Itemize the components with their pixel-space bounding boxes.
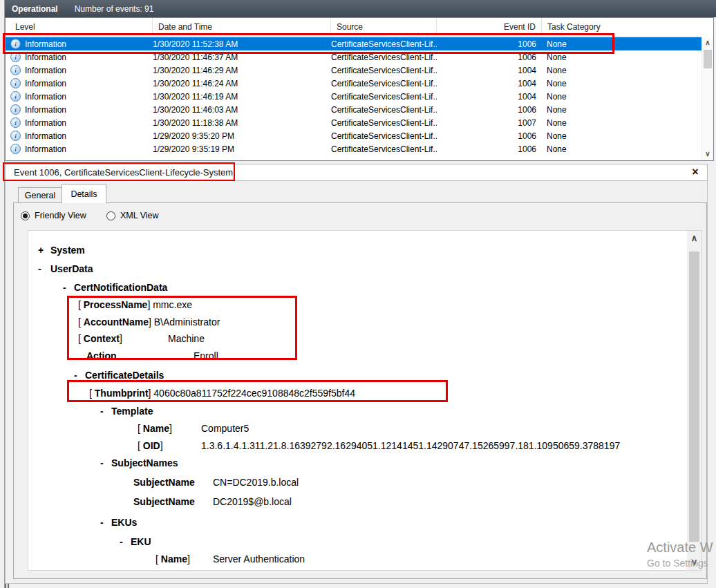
- table-row[interactable]: iInformation1/30/2020 11:18:38 AMCertifi…: [6, 116, 701, 129]
- level-cell: iInformation: [6, 91, 153, 102]
- level-label: Information: [25, 105, 66, 115]
- level-cell: iInformation: [6, 78, 153, 88]
- radio-selected-icon[interactable]: [21, 211, 30, 220]
- tree-row: [ Name]Computer5: [28, 423, 684, 438]
- tree-value: Computer5: [201, 423, 249, 434]
- event-viewer-screen: { "header": { "title": "Operational", "s…: [0, 0, 716, 588]
- source-cell: CertificateServicesClient-Lif...: [331, 118, 437, 128]
- table-row[interactable]: iInformation1/29/2020 9:35:19 PMCertific…: [6, 142, 701, 155]
- table-row[interactable]: iInformation1/29/2020 9:35:20 PMCertific…: [6, 129, 701, 142]
- event-list: LevelDate and TimeSourceEvent IDTask Cat…: [5, 17, 714, 161]
- task-category-cell: None: [542, 105, 701, 115]
- information-icon: i: [10, 144, 21, 154]
- information-icon: i: [10, 52, 21, 62]
- source-cell: CertificateServicesClient-Lif...: [331, 79, 437, 88]
- event-detail-pane: General Details Friendly View XML View +…: [5, 181, 708, 584]
- tree-row: [ Thumbprint] 4060c80a811752f224cec91088…: [28, 388, 684, 403]
- source-cell: CertificateServicesClient-Lif...: [331, 92, 437, 102]
- event-id-cell: 1004: [437, 92, 542, 102]
- details-scrollbar[interactable]: ∧ ∨: [687, 231, 701, 570]
- collapse-icon[interactable]: -: [74, 370, 77, 381]
- information-icon: i: [10, 78, 21, 88]
- collapse-icon[interactable]: -: [100, 517, 104, 528]
- friendly-view-label: Friendly View: [35, 211, 86, 220]
- collapse-icon[interactable]: -: [100, 406, 104, 417]
- log-header-bar: Operational Number of events: 91: [5, 0, 716, 17]
- tree-row: [ AccountName] B\Administrator: [28, 316, 684, 332]
- date-cell: 1/30/2020 11:52:38 AM: [153, 39, 331, 49]
- level-cell: iInformation: [6, 104, 153, 115]
- date-cell: 1/30/2020 11:46:24 AM: [153, 79, 331, 88]
- column-header-event-id[interactable]: Event ID: [437, 18, 542, 36]
- expand-icon[interactable]: +: [38, 245, 44, 256]
- friendly-view-content: +System-UserData-CertNotificationData[ P…: [28, 230, 702, 571]
- source-cell: CertificateServicesClient-Lif...: [331, 144, 437, 154]
- column-header-task-category[interactable]: Task Category: [542, 18, 701, 36]
- table-row[interactable]: iInformation1/30/2020 11:46:37 AMCertifi…: [6, 50, 701, 64]
- tab-general[interactable]: General: [18, 187, 62, 203]
- task-category-cell: None: [542, 39, 701, 49]
- column-header-level[interactable]: Level: [6, 18, 153, 36]
- event-list-scrollbar[interactable]: ∧ ∨: [701, 37, 713, 160]
- table-row[interactable]: iInformation1/30/2020 11:46:19 AMCertifi…: [6, 90, 701, 103]
- column-header-source[interactable]: Source: [331, 18, 437, 36]
- scrollbar-thumb[interactable]: [704, 50, 712, 68]
- tab-details[interactable]: Details: [62, 184, 106, 203]
- date-cell: 1/30/2020 11:46:29 AM: [153, 66, 331, 75]
- table-row[interactable]: iInformation1/30/2020 11:52:38 AMCertifi…: [6, 37, 701, 50]
- tree-label: [ Thumbprint] 4060c80a811752f224cec91088…: [89, 388, 355, 399]
- tree-value: DC2019$@b.local: [213, 496, 292, 507]
- event-id-cell: 1006: [437, 39, 542, 49]
- event-detail-titlebar: Event 1006, CertificateServicesClient-Li…: [5, 164, 708, 181]
- level-label: Information: [25, 66, 66, 75]
- level-label: Information: [25, 92, 66, 102]
- event-table-body: iInformation1/30/2020 11:52:38 AMCertifi…: [6, 37, 701, 160]
- event-id-cell: 1004: [437, 79, 542, 88]
- information-icon: i: [10, 39, 21, 49]
- event-id-cell: 1006: [437, 144, 542, 154]
- close-icon[interactable]: ×: [688, 165, 702, 179]
- scrollbar-thumb[interactable]: [689, 252, 699, 542]
- collapse-icon[interactable]: -: [120, 536, 123, 547]
- source-cell: CertificateServicesClient-Lif...: [331, 105, 437, 115]
- tree-row: -EKU: [28, 536, 684, 551]
- tree-value: Enroll: [194, 350, 218, 361]
- friendly-view-radio[interactable]: Friendly View: [21, 211, 86, 220]
- tree-value: Server Authentication: [213, 553, 305, 565]
- xml-view-radio[interactable]: XML View: [106, 211, 159, 220]
- collapse-icon[interactable]: -: [100, 457, 104, 468]
- radio-unselected-icon[interactable]: [106, 211, 115, 220]
- information-icon: i: [10, 91, 21, 102]
- collapse-icon[interactable]: -: [63, 282, 66, 293]
- table-row[interactable]: iInformation1/30/2020 11:46:24 AMCertifi…: [6, 77, 701, 90]
- tree-row: +System: [28, 245, 684, 260]
- column-header-date-and-time[interactable]: Date and Time: [153, 18, 331, 36]
- task-category-cell: None: [542, 144, 701, 154]
- date-cell: 1/30/2020 11:18:38 AM: [153, 118, 331, 128]
- level-label: Information: [25, 79, 66, 88]
- source-cell: CertificateServicesClient-Lif...: [331, 53, 437, 62]
- table-row[interactable]: iInformation1/30/2020 11:46:29 AMCertifi…: [6, 64, 701, 77]
- level-label: Information: [25, 131, 66, 141]
- level-label: Information: [25, 53, 66, 62]
- collapse-icon[interactable]: -: [38, 263, 41, 274]
- tree-row: -CertificateDetails: [28, 370, 684, 385]
- tree-row: [ ProcessName] mmc.exe: [28, 299, 684, 314]
- table-row[interactable]: iInformation1/30/2020 11:46:03 AMCertifi…: [6, 103, 701, 116]
- event-id-cell: 1006: [437, 131, 542, 141]
- scroll-up-icon[interactable]: ∧: [687, 231, 701, 246]
- tree-label: Action: [86, 350, 117, 361]
- scroll-down-icon[interactable]: ∨: [687, 555, 701, 570]
- log-event-count: Number of events: 91: [75, 4, 154, 14]
- tree-label: UserData: [50, 263, 93, 274]
- date-cell: 1/30/2020 11:46:03 AM: [153, 105, 331, 115]
- scroll-up-icon[interactable]: ∧: [702, 37, 713, 48]
- task-category-cell: None: [542, 118, 701, 128]
- tree-value: Machine: [168, 333, 205, 344]
- tree-row: -SubjectNames: [28, 457, 684, 473]
- scroll-down-icon[interactable]: ∨: [702, 149, 713, 160]
- log-title: Operational: [12, 4, 58, 14]
- tree-label: [ Name]: [138, 423, 172, 434]
- information-icon: i: [10, 131, 21, 141]
- tree-row: -Template: [28, 406, 684, 421]
